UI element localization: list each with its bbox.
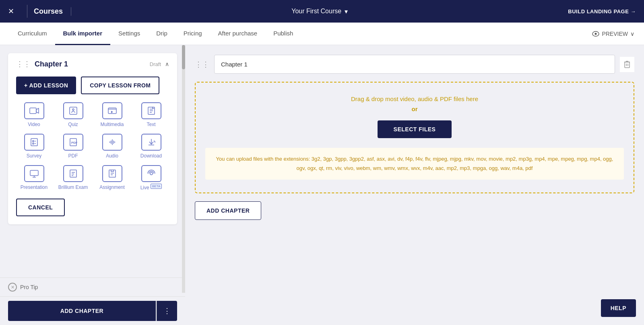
chapter-drag-handle-right[interactable]: ⋮⋮ <box>195 60 209 69</box>
select-files-button[interactable]: SELECT FILES <box>378 120 452 138</box>
assignment-icon <box>102 165 122 182</box>
cancel-button[interactable]: CANCEL <box>16 199 65 216</box>
chapter-card: ⋮⋮ Chapter 1 Draft ∧ + ADD LESSON COPY L… <box>8 53 177 224</box>
right-panel: ⋮⋮ Drag & drop most video, audio & PDF f… <box>185 45 644 325</box>
close-button[interactable]: ✕ <box>8 7 14 16</box>
tab-drip[interactable]: Drip <box>148 23 175 45</box>
tab-after-purchase[interactable]: After purchase <box>210 23 266 45</box>
svg-rect-3 <box>70 107 77 114</box>
svg-rect-9 <box>33 143 34 144</box>
svg-rect-2 <box>30 108 36 114</box>
video-icon <box>24 102 44 119</box>
svg-rect-7 <box>31 139 37 146</box>
text-icon <box>141 102 161 119</box>
pro-tip-label: Pro Tip <box>20 284 38 290</box>
drop-zone[interactable]: Drag & drop most video, audio & PDF file… <box>195 82 634 193</box>
course-name: Your First Course <box>291 8 341 15</box>
preview-button[interactable]: PREVIEW ∨ <box>592 31 634 37</box>
multimedia-label: Multimedia <box>100 122 124 127</box>
left-scroll-area: ⋮⋮ Chapter 1 Draft ∧ + ADD LESSON COPY L… <box>0 45 185 277</box>
add-chapter-bottom-bar: ADD CHAPTER ⋮ <box>0 296 185 325</box>
lesson-type-brillium-exam[interactable]: Brillium Exam <box>55 165 91 190</box>
app-title: Courses <box>34 7 71 16</box>
lesson-type-text[interactable]: Text <box>133 102 169 127</box>
svg-rect-8 <box>33 141 34 142</box>
add-chapter-menu-button[interactable]: ⋮ <box>157 301 177 321</box>
svg-point-1 <box>595 33 597 35</box>
svg-rect-5 <box>108 108 116 114</box>
add-lesson-button[interactable]: + ADD LESSON <box>16 77 76 94</box>
lesson-types-grid: Video Quiz <box>16 102 169 190</box>
presentation-icon <box>24 165 44 182</box>
lesson-type-presentation[interactable]: Presentation <box>16 165 52 190</box>
presentation-label: Presentation <box>21 184 47 190</box>
pdf-label: PDF <box>68 153 78 159</box>
survey-icon <box>24 134 44 151</box>
live-icon <box>141 165 161 182</box>
tab-pricing[interactable]: Pricing <box>175 23 210 45</box>
scrollbar-track[interactable] <box>182 45 185 293</box>
chapter-name-input[interactable] <box>214 55 615 74</box>
drop-zone-text: Drag & drop most video, audio & PDF file… <box>205 95 624 102</box>
add-lesson-row: + ADD LESSON COPY LESSON FROM <box>16 77 169 94</box>
chapter-card-header: ⋮⋮ Chapter 1 Draft ∧ <box>16 60 169 68</box>
multimedia-icon <box>102 102 122 119</box>
left-panel: ⋮⋮ Chapter 1 Draft ∧ + ADD LESSON COPY L… <box>0 45 185 325</box>
svg-text:PDF: PDF <box>71 141 77 145</box>
file-extensions-info: You can upload files with the extensions… <box>205 148 624 180</box>
quiz-icon <box>63 102 83 119</box>
tab-bulk-importer[interactable]: Bulk importer <box>55 23 111 45</box>
tab-settings[interactable]: Settings <box>110 23 148 45</box>
chapter-collapse-button[interactable]: ∧ <box>165 61 169 67</box>
pdf-icon: PDF <box>63 134 83 151</box>
assignment-label: Assignment <box>99 184 125 190</box>
download-icon <box>141 134 161 151</box>
live-label: Live BETA <box>140 184 162 190</box>
tab-curriculum[interactable]: Curriculum <box>10 23 55 45</box>
copy-lesson-button[interactable]: COPY LESSON FROM <box>81 77 159 94</box>
top-nav: ✕ Courses Your First Course ▾ BUILD LAND… <box>0 0 644 23</box>
add-chapter-right-button[interactable]: ADD CHAPTER <box>195 201 261 220</box>
svg-rect-13 <box>70 170 76 177</box>
lesson-type-download[interactable]: Download <box>133 134 169 159</box>
build-landing-page-button[interactable]: BUILD LANDING PAGE → <box>568 8 636 14</box>
tab-bar: Curriculum Bulk importer Settings Drip P… <box>0 23 644 45</box>
svg-rect-14 <box>109 170 116 177</box>
svg-rect-16 <box>625 62 630 68</box>
help-button[interactable]: HELP <box>601 299 636 317</box>
scrollbar-thumb[interactable] <box>182 45 185 69</box>
chapter-title: Chapter 1 <box>35 60 150 68</box>
audio-label: Audio <box>106 153 118 159</box>
svg-point-4 <box>72 109 74 110</box>
beta-badge: BETA <box>151 184 162 189</box>
download-label: Download <box>140 153 162 159</box>
text-label: Text <box>147 122 155 127</box>
preview-icon <box>592 31 599 37</box>
course-caret-icon: ▾ <box>345 8 348 15</box>
lesson-type-audio[interactable]: Audio <box>94 134 130 159</box>
lesson-type-quiz[interactable]: Quiz <box>55 102 91 127</box>
pro-tip-bar: ✕ Pro Tip <box>0 277 185 296</box>
lesson-type-survey[interactable]: Survey <box>16 134 52 159</box>
chapter-drag-handle[interactable]: ⋮⋮ <box>16 60 31 68</box>
add-chapter-button[interactable]: ADD CHAPTER <box>8 301 156 321</box>
lesson-type-pdf[interactable]: PDF PDF <box>55 134 91 159</box>
chapter-status-badge: Draft <box>150 61 161 67</box>
delete-chapter-button[interactable] <box>620 57 634 72</box>
drop-zone-or: or <box>205 106 624 112</box>
lesson-type-video[interactable]: Video <box>16 102 52 127</box>
brillium-exam-icon <box>63 165 83 182</box>
main-content: ⋮⋮ Chapter 1 Draft ∧ + ADD LESSON COPY L… <box>0 45 644 325</box>
lesson-type-assignment[interactable]: Assignment <box>94 165 130 190</box>
svg-point-15 <box>150 172 153 175</box>
survey-label: Survey <box>27 153 41 159</box>
chapter-input-row: ⋮⋮ <box>195 55 634 74</box>
lesson-type-live[interactable]: Live BETA <box>133 165 169 190</box>
lesson-type-multimedia[interactable]: Multimedia <box>94 102 130 127</box>
audio-icon <box>102 134 122 151</box>
trash-icon <box>623 60 631 69</box>
quiz-label: Quiz <box>68 122 78 127</box>
course-selector[interactable]: Your First Course ▾ <box>71 8 568 15</box>
svg-rect-12 <box>30 170 38 176</box>
tab-publish[interactable]: Publish <box>265 23 301 45</box>
